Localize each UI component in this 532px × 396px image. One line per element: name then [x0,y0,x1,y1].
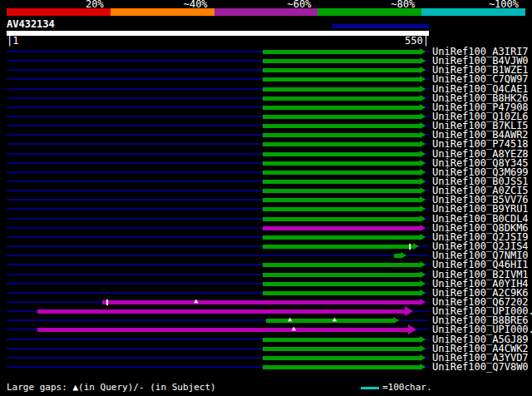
alignment-arrowhead[interactable] [420,141,426,147]
alignment-bar[interactable] [263,87,420,92]
alignment-bar[interactable] [263,235,420,240]
alignment-arrowhead[interactable] [420,160,426,166]
alignment-bar[interactable] [263,59,420,63]
alignment-bar[interactable] [263,97,420,101]
scale-label: ~40% [148,0,208,8]
alignment-arrowhead[interactable] [420,299,426,305]
large-gap-marker: ▲ [332,316,337,323]
alignment-arrowhead[interactable] [393,317,399,324]
alignment-arrowhead[interactable] [420,178,426,185]
alignment-arrowhead[interactable] [420,234,426,240]
scale-label: ~60% [251,0,311,8]
query-bar [7,31,429,36]
alignment-bar[interactable] [263,161,420,166]
scale-label: ~100% [459,0,519,8]
large-gap-marker: ▲ [194,298,198,304]
scale-label: 20% [44,0,104,8]
alignment-arrowhead[interactable] [420,104,426,111]
alignment-baseline [7,255,429,256]
scale-label: ~80% [355,0,415,8]
alignment-arrowhead[interactable] [420,225,426,231]
alignment-arrowhead[interactable] [420,169,426,176]
alignment-arrowhead[interactable] [420,187,426,194]
alignment-label[interactable]: UniRef100_Q7V8W0 [432,362,529,372]
subject-gap-tick [409,244,411,250]
subject-gap-tick [106,299,108,305]
alignment-bar[interactable] [263,273,420,277]
alignment-bar[interactable] [263,180,420,184]
alignment-arrowhead[interactable] [420,345,426,352]
alignment-arrowhead[interactable] [420,364,426,370]
alignment-bar[interactable] [37,328,408,332]
alignment-arrowhead[interactable] [420,113,426,120]
alignment-arrowhead[interactable] [420,131,426,138]
alignment-arrowhead[interactable] [420,48,426,55]
alignment-bar[interactable] [263,291,420,295]
large-gap-marker: ▲ [292,325,296,332]
alignment-bar[interactable] [394,254,400,258]
alignment-arrowhead[interactable] [420,290,426,296]
alignment-bar[interactable] [263,347,420,351]
alignment-bar[interactable] [263,68,420,72]
alignment-bar[interactable] [263,338,420,342]
alignment-bar[interactable] [263,282,420,286]
alignment-bar[interactable] [263,207,420,211]
gaps-legend: Large gaps: ▲(in Query)/- (in Subject) [7,383,216,393]
alignment-bar[interactable] [263,365,420,369]
alignment-bar[interactable] [263,106,420,110]
alignment-arrowhead[interactable] [420,76,426,82]
alignment-bar[interactable] [263,152,420,156]
alignment-bar[interactable] [263,133,420,137]
scale-legend-line [361,387,379,389]
alignment-bar[interactable] [266,319,393,323]
alignment-arrowhead[interactable] [420,95,426,101]
blast-overview-page: 20%~40%~60%~80%~100% AV432134 |1 550| Un… [0,0,532,396]
alignment-bar[interactable] [263,115,420,119]
alignment-arrowhead[interactable] [401,252,406,259]
alignment-arrowhead[interactable] [408,324,416,334]
alignment-bar[interactable] [263,263,420,267]
alignment-arrowhead[interactable] [420,86,426,92]
alignment-bar[interactable] [263,245,413,249]
alignment-arrowhead[interactable] [420,151,426,157]
alignment-arrowhead[interactable] [420,215,426,222]
alignment-bar[interactable] [263,356,420,360]
alignment-arrowhead[interactable] [420,67,426,73]
scale-legend-label: =100char. [382,383,432,393]
alignment-bar[interactable] [102,300,420,304]
alignment-arrowhead[interactable] [420,122,426,129]
ruler-start-label: |1 [7,37,18,46]
alignment-arrowhead[interactable] [413,243,419,250]
ruler-end-label: 550| [405,37,429,46]
large-gap-marker: ▲ [288,316,292,323]
alignment-arrowhead[interactable] [420,205,426,212]
alignment-bar[interactable] [263,189,420,193]
query-feature-bar [332,24,429,28]
alignment-bar[interactable] [263,226,420,230]
alignment-arrowhead[interactable] [405,306,413,316]
alignment-arrowhead[interactable] [420,354,426,361]
alignment-arrowhead[interactable] [420,57,426,64]
alignment-arrowhead[interactable] [420,261,426,268]
alignment-arrowhead[interactable] [420,271,426,278]
alignment-bar[interactable] [263,171,420,175]
query-name: AV432134 [7,19,55,29]
alignment-bar[interactable] [263,198,420,202]
alignment-bar[interactable] [263,124,420,128]
alignment-bar[interactable] [37,309,405,314]
alignment-arrowhead[interactable] [420,196,426,203]
alignment-bar[interactable] [263,217,420,221]
alignment-arrowhead[interactable] [420,280,426,287]
alignment-bar[interactable] [263,50,420,54]
alignment-bar[interactable] [263,142,420,146]
alignment-bar[interactable] [263,77,420,82]
alignment-arrowhead[interactable] [420,336,426,343]
